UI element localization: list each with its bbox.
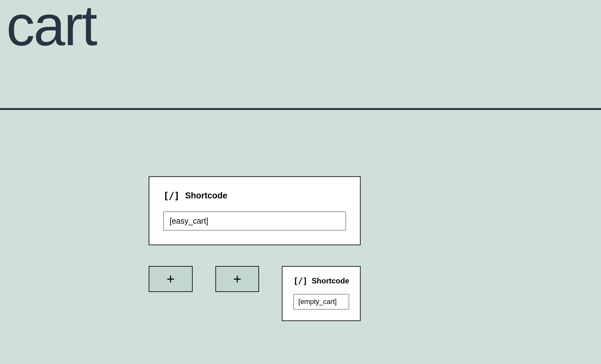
shortcode-icon: [/] — [293, 276, 307, 286]
plus-icon: + — [166, 272, 175, 286]
block-header: [/] Shortcode — [163, 190, 346, 201]
shortcode-input-main[interactable] — [163, 211, 346, 231]
add-block-button-col1[interactable]: + — [149, 266, 193, 292]
block-header: [/] Shortcode — [293, 276, 349, 286]
shortcode-block-empty-cart[interactable]: [/] Shortcode — [282, 266, 361, 321]
add-block-button-col2[interactable]: + — [215, 266, 259, 292]
editor-content: [/] Shortcode + + [/] Shortcode — [0, 110, 601, 321]
block-label: Shortcode — [185, 191, 227, 201]
shortcode-block-main[interactable]: [/] Shortcode — [149, 176, 361, 245]
shortcode-input-empty-cart[interactable] — [293, 294, 349, 310]
columns-row: + + [/] Shortcode — [149, 266, 361, 321]
page-title: cart — [0, 0, 601, 51]
block-label: Shortcode — [312, 276, 349, 285]
plus-icon: + — [233, 272, 241, 286]
shortcode-icon: [/] — [163, 190, 179, 201]
